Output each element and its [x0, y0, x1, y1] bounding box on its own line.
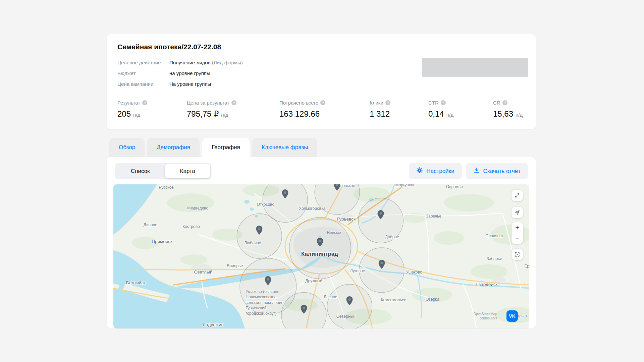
help-icon[interactable]: ? [231, 100, 236, 105]
detail-label: Цена кампании [117, 80, 169, 88]
page: Семейная ипотека/22.07-22.08 Целевое дей… [0, 0, 644, 362]
map-pin[interactable] [334, 184, 340, 192]
stat-value: 15,63 н/д [493, 109, 525, 119]
radius-circle [237, 214, 282, 258]
map-place-label: Забарье [486, 256, 502, 261]
map[interactable]: РусскоеМедведевоОткосовоХолмогоровкаЛазо… [113, 184, 529, 328]
stat-value: 205 н/д [117, 109, 187, 119]
map-place-label: Северный [336, 314, 356, 319]
stat-label: Потрачено всего ? [279, 100, 370, 106]
map-place-label: Балтийск [126, 280, 146, 285]
map-place-label: Люблино [244, 241, 261, 245]
view-toggle: СписокКарта [115, 163, 211, 179]
view-toggle-list[interactable]: Список [116, 164, 165, 178]
stat-clicks: Клики ? 1 312 [370, 100, 428, 119]
stat-value: 163 129.66 [279, 109, 370, 119]
zoom-out-button[interactable]: − [512, 233, 523, 244]
tab-demography[interactable]: Демография [147, 138, 200, 157]
map-place-label: Гвардейск [476, 282, 498, 287]
map-pin[interactable] [282, 189, 288, 200]
stat-label: Цена за результат ? [187, 100, 279, 106]
map-pin[interactable] [301, 305, 307, 315]
map-pin[interactable] [256, 226, 263, 236]
help-icon[interactable]: ? [502, 100, 507, 105]
stat-label: CTR ? [428, 100, 493, 106]
map-place-label: Славянск [485, 234, 503, 238]
radius-circle [289, 217, 351, 279]
map-place-label: Озерки [426, 297, 439, 302]
map-attribution: OpenStreetMap contributors [473, 312, 497, 320]
map-place-label: Гурьевск [337, 216, 356, 221]
map-place-label: Калининград [301, 250, 338, 257]
tab-keywords[interactable]: Ключевые фразы [252, 138, 318, 157]
stat-cr: CR ? 15,63 н/д [493, 100, 525, 119]
view-toggle-map[interactable]: Карта [165, 164, 211, 178]
download-report-button[interactable]: Скачать отчёт [466, 163, 528, 179]
map-place-label: Доброе [385, 235, 399, 239]
detail-value: Получение лидов (Лид-формы) [169, 59, 243, 66]
map-place-label: Откосово [257, 202, 275, 207]
fullscreen-button[interactable] [512, 190, 523, 201]
map-place-label: Кострово [182, 224, 200, 229]
map-toolbar: СписокКарта [115, 163, 528, 179]
map-place-label: Холмогоровка [299, 206, 325, 211]
map-place-label: Ушаково [406, 270, 422, 275]
geolocation-button[interactable] [512, 207, 523, 218]
map-pin[interactable] [317, 238, 323, 248]
stat-value: 1 312 [370, 109, 428, 119]
detail-label: Целевое действие [117, 59, 169, 66]
radius-circle [359, 248, 404, 293]
detail-value: На уровне группы [169, 80, 211, 88]
map-place-label: Лесное [324, 295, 337, 299]
map-place-label: Моргуново [395, 184, 415, 187]
map-pin[interactable] [378, 210, 384, 221]
map-place-label: Овражье [446, 184, 463, 189]
gear-icon [416, 167, 423, 175]
detail-row-campaign-price: Цена кампании На уровне группы [117, 80, 525, 88]
stat-result: Результат ? 205 н/д [117, 100, 187, 119]
help-icon[interactable]: ? [320, 100, 325, 105]
map-place-label: Дружный [305, 279, 322, 283]
tab-geography[interactable]: География [202, 138, 250, 157]
map-place-label: Заречье [426, 214, 441, 219]
download-icon [473, 167, 480, 175]
map-pin[interactable] [265, 276, 271, 287]
tab-bar: ОбзорДемографияГеографияКлючевые фразы [109, 138, 317, 157]
campaign-summary-card: Семейная ипотека/22.07-22.08 Целевое дей… [107, 34, 536, 129]
map-place-label: Светлый [194, 269, 212, 275]
stat-suffix: н/д [446, 112, 453, 118]
map-place-label: Ер [524, 264, 529, 268]
map-place-label: Взморье [227, 263, 243, 268]
stat-suffix: н/д [133, 112, 140, 118]
attribution-line1: OpenStreetMap [473, 312, 497, 316]
settings-button[interactable]: Настройки [409, 163, 462, 179]
detail-value: на уровне группы [169, 70, 210, 77]
stat-suffix: н/д [516, 112, 523, 118]
map-place-label: Медведево [187, 206, 208, 210]
help-icon[interactable]: ? [441, 100, 446, 105]
help-icon[interactable]: ? [142, 100, 147, 105]
redacted-area [422, 58, 528, 77]
help-icon[interactable]: ? [385, 100, 390, 105]
map-pin[interactable] [378, 260, 385, 270]
stat-suffix: н/д [221, 112, 228, 118]
map-place-label: Дивное [144, 223, 157, 227]
download-label: Скачать отчёт [483, 168, 521, 175]
locate-button[interactable] [512, 249, 523, 260]
geography-card: СписокКарта [107, 157, 536, 328]
settings-label: Настройки [426, 168, 454, 175]
stat-value: 795,75 ₽ н/д [187, 109, 279, 119]
map-place-label: Ладушкин [203, 322, 224, 327]
stat-label: Клики ? [370, 100, 428, 106]
map-place-label: Невское [327, 230, 342, 235]
map-place-label: Русское [159, 185, 174, 190]
stat-ctr: CTR ? 0,14 н/д [428, 100, 493, 119]
map-controls: + − [512, 190, 523, 260]
toolbar-actions: Настройки Скачать отчёт [409, 163, 528, 179]
tab-overview[interactable]: Обзор [109, 138, 145, 157]
zoom-in-button[interactable]: + [512, 222, 523, 233]
vk-logo[interactable]: VK [506, 310, 518, 322]
map-place-label: Ушаково (бывшее Новомосковское сельское … [246, 289, 284, 316]
map-pin[interactable] [346, 296, 353, 307]
stat-spent-total: Потрачено всего ? 163 129.66 [279, 100, 370, 119]
